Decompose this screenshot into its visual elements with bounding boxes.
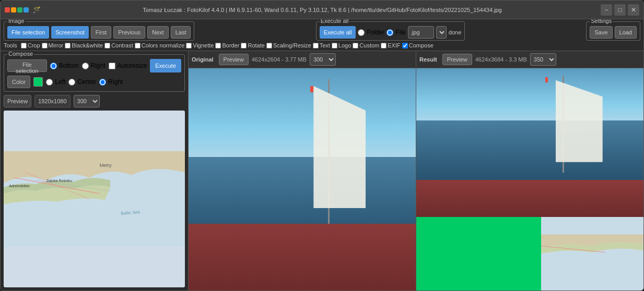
- tool-border: Border: [215, 42, 239, 48]
- save-button[interactable]: Save: [590, 26, 612, 39]
- file-selection-button[interactable]: File selection: [7, 26, 49, 39]
- result-preview-button[interactable]: Preview: [442, 54, 472, 65]
- previous-button[interactable]: Previous: [113, 26, 145, 39]
- top-section: Image File selection Screenshot First Pr…: [1, 19, 643, 51]
- flag: [310, 86, 313, 92]
- right-radio-label[interactable]: Right: [82, 62, 106, 69]
- color-swatch[interactable]: [33, 77, 43, 87]
- logo-dot-blue: [24, 7, 29, 13]
- right-align-radio[interactable]: [99, 79, 106, 86]
- result-quality-dropdown[interactable]: 350: [530, 53, 556, 66]
- right-align-radio-label[interactable]: Right: [99, 78, 123, 86]
- right-radio[interactable]: [82, 63, 89, 69]
- compose-green: [416, 217, 541, 290]
- tools-label: Tools: [4, 42, 17, 48]
- folder-radio[interactable]: [358, 29, 365, 36]
- execute-all-label: Execute all: [320, 19, 350, 24]
- tool-logo: Logo: [332, 42, 351, 48]
- bottom-label: Bottom: [59, 62, 79, 69]
- compose-preview-row: Preview 1920x1080 300: [4, 95, 185, 107]
- preview-resolution: 1920x1080: [34, 95, 70, 107]
- scalingresize-label: Scaling/Resize: [273, 42, 311, 48]
- tool-scalingresize: Scaling/Resize: [266, 42, 311, 48]
- left-radio[interactable]: [46, 79, 53, 86]
- compose-file-selection-button[interactable]: File selection: [7, 59, 47, 72]
- right-label: Right: [91, 62, 106, 69]
- map-svg: Metry Adreindellen Zatoka Rośniku Baltic…: [4, 111, 185, 287]
- original-image: [189, 68, 416, 290]
- logo-label: Logo: [338, 42, 351, 48]
- app-logo: [5, 7, 29, 13]
- tool-compose: Compose: [402, 42, 434, 48]
- text-label: Text: [320, 42, 330, 48]
- original-header: Original Preview 4624x2604 - 3.77 MB 300: [189, 51, 416, 68]
- compose-checkbox[interactable]: [402, 43, 408, 48]
- vignette-checkbox[interactable]: [186, 43, 192, 48]
- colorsnormalize-label: Colors normalize: [142, 42, 185, 48]
- content-area: Image File selection Screenshot First Pr…: [1, 19, 643, 290]
- compose-label: Compose: [409, 42, 434, 48]
- result-panel: Result Preview 4624x3684 - 3.3 MB 350: [416, 51, 643, 290]
- bottom-radio-label[interactable]: Bottom: [50, 62, 79, 69]
- file-ext-input[interactable]: [408, 26, 434, 39]
- original-preview-button[interactable]: Preview: [219, 54, 249, 65]
- wand-icon: 🪄: [33, 6, 41, 14]
- center-align-label: Center: [77, 78, 96, 86]
- folder-radio-label[interactable]: Folder: [358, 29, 384, 36]
- contrast-checkbox[interactable]: [104, 43, 110, 48]
- original-title: Original: [192, 56, 214, 63]
- file-radio[interactable]: [387, 29, 393, 36]
- blackwhite-checkbox[interactable]: [65, 43, 71, 48]
- custom-checkbox[interactable]: [353, 43, 358, 48]
- autoresize-checkbox[interactable]: [109, 63, 115, 69]
- mirror-checkbox[interactable]: [42, 43, 48, 48]
- colorsnormalize-checkbox[interactable]: [135, 43, 140, 48]
- maximize-button[interactable]: □: [614, 4, 626, 16]
- center-radio[interactable]: [68, 79, 75, 86]
- right-align-label: Right: [108, 78, 123, 86]
- execute-all-button[interactable]: Execute all: [320, 26, 356, 39]
- first-button[interactable]: First: [91, 26, 111, 39]
- image-panels: Original Preview 4624x2604 - 3.77 MB 300: [189, 51, 643, 290]
- window-controls: − □ ✕: [601, 4, 639, 16]
- screenshot-button[interactable]: Screenshot: [51, 26, 89, 39]
- original-quality-dropdown[interactable]: 300: [310, 53, 336, 66]
- text-checkbox[interactable]: [313, 43, 319, 48]
- compose-file-row: File selection Bottom Right Autoresize: [7, 59, 181, 72]
- quality-dropdown[interactable]: 300: [74, 95, 100, 107]
- execute-all-section: Execute all Execute all Folder File ▼ do…: [316, 21, 465, 41]
- exif-checkbox[interactable]: [381, 43, 387, 48]
- done-label: done: [449, 29, 461, 35]
- last-button[interactable]: Last: [171, 26, 191, 39]
- main-area: Compose File selection Bottom Right: [1, 51, 643, 290]
- tool-custom: Custom: [353, 42, 379, 48]
- image-section-label: Image: [7, 19, 26, 24]
- tool-contrast: Contrast: [104, 42, 133, 48]
- execute-button[interactable]: Execute: [150, 59, 181, 72]
- logo-checkbox[interactable]: [332, 43, 337, 48]
- next-button[interactable]: Next: [147, 26, 169, 39]
- rotate-label: Rotate: [248, 42, 264, 48]
- settings-label: Settings: [590, 19, 613, 24]
- center-radio-label[interactable]: Center: [68, 78, 96, 86]
- logo-dot-yellow: [11, 7, 16, 13]
- close-button[interactable]: ✕: [628, 4, 639, 16]
- left-radio-label[interactable]: Left: [46, 78, 65, 86]
- flag-result: [545, 77, 548, 82]
- crop-checkbox[interactable]: [21, 43, 27, 48]
- minimize-button[interactable]: −: [601, 4, 612, 16]
- file-ext-dropdown[interactable]: ▼: [436, 26, 447, 39]
- autoresize-label[interactable]: Autoresize: [109, 62, 147, 69]
- custom-label: Custom: [359, 42, 379, 48]
- tool-text: Text: [313, 42, 330, 48]
- file-radio-label[interactable]: File: [387, 29, 405, 36]
- border-label: Border: [222, 42, 239, 48]
- contrast-label: Contrast: [111, 42, 133, 48]
- rotate-checkbox[interactable]: [241, 43, 247, 48]
- bottom-radio[interactable]: [50, 63, 57, 69]
- border-checkbox[interactable]: [215, 43, 221, 48]
- scalingresize-checkbox[interactable]: [266, 43, 272, 48]
- original-panel: Original Preview 4624x2604 - 3.77 MB 300: [189, 51, 416, 290]
- load-button[interactable]: Load: [615, 26, 637, 39]
- color-button[interactable]: Color: [7, 76, 30, 88]
